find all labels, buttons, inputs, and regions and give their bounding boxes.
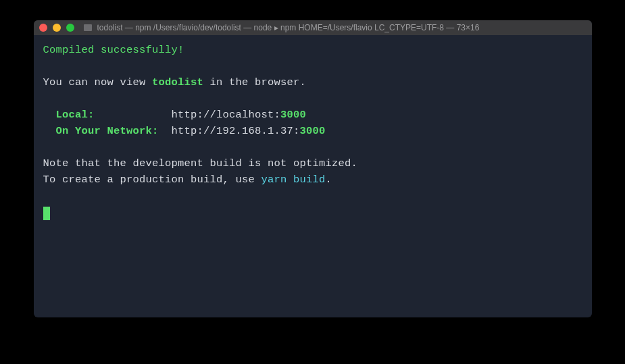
view-text-suffix: in the browser.	[203, 76, 306, 88]
local-url: http://localhost:	[172, 109, 281, 121]
folder-icon	[84, 24, 92, 31]
note-line-2-prefix: To create a production build, use	[43, 174, 261, 186]
close-icon[interactable]	[39, 24, 47, 32]
build-command: yarn build	[261, 174, 326, 186]
cursor	[43, 207, 50, 220]
maximize-icon[interactable]	[66, 24, 74, 32]
local-port: 3000	[280, 109, 306, 121]
note-line-2-suffix: .	[326, 174, 332, 186]
local-label: Local:	[56, 109, 95, 121]
view-text-prefix: You can now view	[43, 76, 153, 88]
network-port: 3000	[300, 125, 326, 137]
minimize-icon[interactable]	[53, 24, 61, 32]
network-url: http://192.168.1.37:	[172, 125, 300, 137]
window-title: todolist — npm /Users/flavio/dev/todolis…	[97, 23, 480, 32]
titlebar: todolist — npm /Users/flavio/dev/todolis…	[34, 20, 592, 35]
traffic-lights	[39, 24, 74, 32]
app-name: todolist	[152, 76, 203, 88]
compiled-message: Compiled successfully!	[43, 44, 184, 56]
terminal-window: todolist — npm /Users/flavio/dev/todolis…	[34, 20, 592, 317]
terminal-body[interactable]: Compiled successfully! You can now view …	[34, 35, 592, 317]
note-line-1: Note that the development build is not o…	[43, 157, 358, 170]
network-label: On Your Network:	[56, 125, 159, 137]
